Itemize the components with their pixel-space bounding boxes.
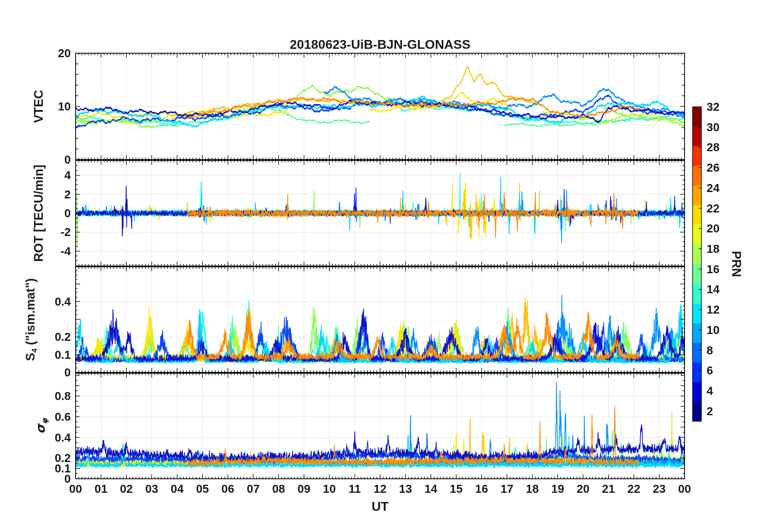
y-tick-label: 0 — [37, 366, 71, 379]
y-tick-label: 0.4 — [37, 431, 71, 444]
figure-title: 20180623-UiB-BJN-GLONASS — [290, 37, 471, 52]
colorbar-tick-label: 26 — [707, 161, 739, 174]
colorbar-tick-label: 10 — [707, 323, 739, 337]
y-tick-label: 0.8 — [37, 389, 71, 403]
plot-canvas — [0, 0, 761, 532]
glonass-scintillation-figure: 20180623-UiB-BJN-GLONASS VTEC ROT [TECU/… — [0, 0, 761, 532]
y-tick-label: 0 — [37, 153, 71, 166]
axis-label-segment: ("ism.mat") — [23, 278, 37, 348]
colorbar-tick-label: 30 — [707, 120, 739, 134]
colorbar-tick-label: 4 — [707, 384, 739, 398]
colorbar-tick-label: 18 — [707, 242, 739, 256]
axis-label-segment: S — [23, 353, 37, 361]
colorbar-tick-label: 14 — [707, 282, 739, 296]
colorbar-tick-label: 6 — [707, 364, 739, 377]
y-tick-label: 0.4 — [37, 295, 71, 308]
y-tick-label: 0.6 — [37, 410, 71, 424]
x-tick-label: 00 — [666, 482, 703, 496]
y-tick-label: 2 — [37, 188, 71, 201]
colorbar-tick-label: 12 — [707, 303, 739, 316]
y-tick-label: 4 — [37, 168, 71, 182]
y-tick-label: 0.1 — [37, 348, 71, 362]
s4-axis-label: S4 ("ism.mat") — [23, 278, 39, 361]
colorbar-tick-label: 32 — [707, 100, 739, 114]
y-tick-label: -4 — [37, 244, 71, 258]
colorbar-tick-label: 8 — [707, 344, 739, 357]
y-tick-label: 0.2 — [37, 330, 71, 344]
y-tick-label: 0 — [37, 206, 71, 220]
x-axis-label: UT — [372, 499, 389, 514]
colorbar-tick-label: 24 — [707, 181, 739, 195]
y-tick-label: 20 — [37, 46, 71, 60]
y-tick-label: 10 — [37, 100, 71, 113]
colorbar-tick-label: 16 — [707, 262, 739, 276]
y-tick-label: -2 — [37, 225, 71, 239]
colorbar-tick-label: 28 — [707, 140, 739, 154]
colorbar-tick-label: 22 — [707, 202, 739, 215]
colorbar-tick-label: 2 — [707, 404, 739, 418]
colorbar-tick-label: 20 — [707, 222, 739, 235]
y-tick-label: 0.2 — [37, 451, 71, 465]
